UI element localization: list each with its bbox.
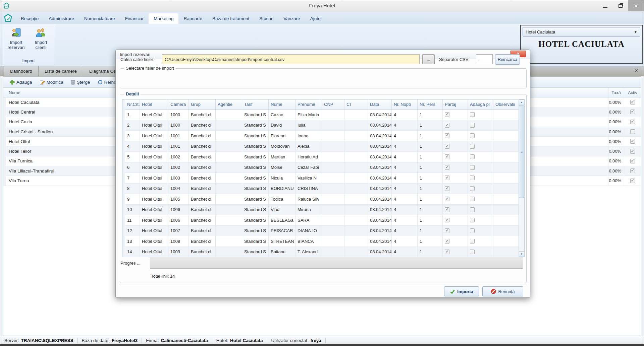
table-row[interactable]: 5 Hotel Oltul 1002 Banchet cl Standard S… — [122, 152, 524, 162]
import-clients-button[interactable]: Import clienti — [30, 27, 52, 50]
active-checkbox[interactable] — [630, 159, 635, 163]
partaj-checkbox[interactable] — [445, 144, 449, 149]
scroll-down-icon[interactable]: ▼ — [519, 251, 524, 257]
import-column-header[interactable]: Grup — [189, 99, 216, 109]
import-column-header[interactable]: CNP — [322, 99, 344, 109]
active-checkbox[interactable] — [630, 179, 635, 183]
active-checkbox[interactable] — [630, 149, 635, 154]
partaj-checkbox[interactable] — [445, 133, 449, 138]
active-checkbox[interactable] — [630, 110, 635, 114]
partaj-checkbox[interactable] — [445, 218, 449, 222]
import-column-header[interactable]: Nr.Crt. — [125, 99, 140, 109]
column-header-active[interactable]: Activ — [624, 88, 641, 97]
menu-tab[interactable]: Baza de tratament — [207, 13, 254, 24]
table-row[interactable]: 7 Hotel Oltul 1003 Banchet cl Standard S… — [122, 173, 524, 184]
minimize-button[interactable] — [597, 0, 613, 11]
table-row[interactable]: 2 Hotel Oltul 1000 Banchet cl Standard S… — [122, 120, 524, 131]
adauga-checkbox[interactable] — [470, 250, 475, 254]
column-header-tax[interactable]: Taxă — [608, 88, 624, 97]
adauga-checkbox[interactable] — [470, 218, 475, 222]
menu-tab[interactable]: Vanzare — [278, 13, 305, 24]
import-column-header[interactable]: Tarif — [242, 99, 269, 109]
adauga-checkbox[interactable] — [470, 144, 475, 149]
menu-tab[interactable]: Recepție — [16, 13, 44, 24]
menu-tab[interactable]: Stocuri — [254, 13, 278, 24]
menu-tab[interactable]: Financiar — [120, 13, 149, 24]
import-column-header[interactable]: Observatii — [493, 99, 519, 109]
partaj-checkbox[interactable] — [445, 176, 449, 180]
document-tab[interactable]: Lista de camere — [39, 66, 83, 76]
scrollbar-thumb[interactable]: ≡ — [519, 106, 524, 198]
adauga-checkbox[interactable] — [470, 186, 475, 191]
adauga-checkbox[interactable] — [470, 123, 475, 128]
edit-button[interactable]: Modifică — [37, 78, 66, 86]
vertical-scrollbar[interactable]: ▲ ≡ ▼ — [519, 99, 524, 257]
import-column-header[interactable]: Nr. Nopti — [392, 99, 418, 109]
import-column-header[interactable]: CI — [344, 99, 368, 109]
table-row[interactable]: 8 Hotel Oltul 1004 Banchet cl Standard S… — [122, 184, 524, 194]
active-checkbox[interactable] — [630, 139, 635, 144]
adauga-checkbox[interactable] — [470, 228, 475, 233]
import-column-header[interactable]: Adauga pl — [468, 99, 493, 109]
document-tab[interactable]: Dashboard — [4, 66, 39, 76]
adauga-checkbox[interactable] — [470, 112, 475, 117]
import-column-header[interactable]: Nr. Pers — [418, 99, 443, 109]
table-row[interactable]: 11 Hotel Oltul 1006 Banchet cl Standard … — [122, 215, 524, 226]
close-button[interactable]: ✕ — [628, 0, 644, 11]
table-row[interactable]: 3 Hotel Oltul 1001 Banchet cl Standard S… — [122, 131, 524, 141]
adauga-checkbox[interactable] — [470, 133, 475, 138]
partaj-checkbox[interactable] — [445, 250, 449, 254]
table-row[interactable]: 10 Hotel Oltul 1006 Banchet cl Standard … — [122, 205, 524, 215]
reload-file-button[interactable]: Reincarca — [495, 54, 520, 65]
table-row[interactable]: 12 Hotel Oltul 1007 Banchet cl Standard … — [122, 226, 524, 236]
menu-tab[interactable]: Rapoarte — [178, 13, 207, 24]
adauga-checkbox[interactable] — [470, 176, 475, 180]
menu-tab[interactable]: Ajutor — [305, 13, 327, 24]
menu-tab[interactable]: Marketing — [149, 13, 178, 24]
import-reservations-button[interactable]: Import rezervari — [5, 27, 27, 50]
partaj-checkbox[interactable] — [445, 154, 449, 159]
hotel-dropdown[interactable]: Hotel Caciulata ▼ — [523, 27, 640, 37]
adauga-checkbox[interactable] — [470, 154, 475, 159]
import-button[interactable]: Importa — [444, 286, 479, 296]
tabstrip-close-icon[interactable]: ✕ — [634, 68, 638, 73]
active-checkbox[interactable] — [630, 129, 635, 134]
table-row[interactable]: 13 Hotel Oltul 1008 Banchet cl Standard … — [122, 236, 524, 247]
active-checkbox[interactable] — [630, 168, 635, 173]
scroll-up-icon[interactable]: ▲ — [519, 99, 524, 105]
active-checkbox[interactable] — [630, 120, 635, 124]
restore-button[interactable] — [613, 0, 628, 11]
partaj-checkbox[interactable] — [445, 239, 449, 244]
import-column-header[interactable]: Camera — [168, 99, 189, 109]
import-column-header[interactable]: Partaj — [443, 99, 468, 109]
delete-button[interactable]: Șterge — [68, 78, 93, 86]
partaj-checkbox[interactable] — [445, 186, 449, 191]
menu-tab[interactable]: Administrare — [44, 13, 79, 24]
table-row[interactable]: 1 Hotel Oltul 1000 Banchet cl Standard S… — [122, 110, 524, 120]
adauga-checkbox[interactable] — [470, 165, 475, 170]
add-button[interactable]: Adaugă — [7, 78, 35, 86]
partaj-checkbox[interactable] — [445, 197, 449, 201]
browse-button[interactable]: ... — [422, 54, 435, 64]
active-checkbox[interactable] — [630, 100, 635, 105]
table-row[interactable]: 9 Hotel Oltul 1005 Banchet cl Standard S… — [122, 194, 524, 205]
menu-tab[interactable]: Nomenclatoare — [79, 13, 120, 24]
import-column-header[interactable]: Agentie — [216, 99, 242, 109]
import-column-header[interactable]: Hotel — [140, 99, 168, 109]
separator-input[interactable]: , — [476, 54, 493, 64]
file-path-input[interactable]: C:\Users\Freya\Desktop\Calimanesti\Impor… — [162, 54, 420, 64]
partaj-checkbox[interactable] — [445, 112, 449, 117]
table-row[interactable]: 4 Hotel Oltul 1001 Banchet cl Standard S… — [122, 141, 524, 152]
adauga-checkbox[interactable] — [470, 239, 475, 244]
table-row[interactable]: 6 Hotel Oltul 1002 Banchet cl Standard S… — [122, 162, 524, 173]
adauga-checkbox[interactable] — [470, 207, 475, 212]
partaj-checkbox[interactable] — [445, 123, 449, 128]
import-column-header[interactable]: Nume — [269, 99, 296, 109]
cancel-button[interactable]: Renunță — [482, 286, 523, 296]
partaj-checkbox[interactable] — [445, 228, 449, 233]
import-column-header[interactable]: Prenume — [296, 99, 322, 109]
table-row[interactable]: 14 Hotel Oltul 1009 Banchet cl Standard … — [122, 247, 524, 258]
adauga-checkbox[interactable] — [470, 197, 475, 201]
partaj-checkbox[interactable] — [445, 207, 449, 212]
partaj-checkbox[interactable] — [445, 165, 449, 170]
